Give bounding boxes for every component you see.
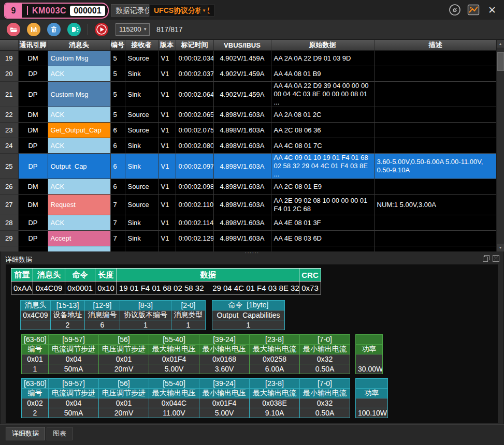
cell-description[interactable]: [374, 215, 497, 231]
cell-message-type[interactable]: Output_Cap: [48, 154, 110, 179]
cell-raw-data[interactable]: AA 2A 08 01 2C: [271, 107, 374, 123]
row-number[interactable]: 25: [0, 154, 18, 179]
column-header[interactable]: 通讯引脚: [18, 40, 48, 51]
cell-description[interactable]: [374, 51, 497, 66]
cell-receiver[interactable]: Sink: [125, 66, 158, 82]
row-number[interactable]: 22: [0, 107, 18, 123]
column-header[interactable]: 编号: [110, 40, 125, 51]
cell-description[interactable]: 3.60-5.00V,0.50-6.00A 5.00-11.00V, 0.50-…: [374, 154, 497, 179]
cell-pin[interactable]: DM: [18, 195, 48, 215]
cell-message-type[interactable]: Get_Output_Cap: [48, 123, 110, 138]
cell-receiver[interactable]: Source: [125, 195, 158, 215]
cell-number[interactable]: 5: [110, 51, 125, 66]
cell-description[interactable]: [374, 246, 497, 252]
cell-message-type[interactable]: ACK: [48, 246, 110, 252]
row-number[interactable]: 21: [0, 82, 18, 107]
cell-version[interactable]: V1: [158, 179, 176, 195]
cell-message-type[interactable]: ACK: [48, 66, 110, 82]
cell-pin[interactable]: DM: [18, 123, 48, 138]
cell-vbus-ibus[interactable]: 4.898V/1.603A: [213, 138, 271, 154]
process-button[interactable]: [67, 23, 81, 36]
row-number[interactable]: 28: [0, 215, 18, 231]
cell-receiver[interactable]: Source: [125, 179, 158, 195]
cell-timestamp[interactable]: 0:00:02.080: [176, 138, 213, 154]
cell-pin[interactable]: DP: [18, 138, 48, 154]
cell-message-type[interactable]: Request: [48, 195, 110, 215]
cell-message-type[interactable]: ACK: [48, 138, 110, 154]
cell-receiver[interactable]: Sink: [125, 215, 158, 231]
cell-pin[interactable]: DP: [18, 82, 48, 107]
cell-pin[interactable]: DP: [18, 154, 48, 179]
table-row[interactable]: 19DMCustom Msg5SourceV10:00:02.0344.902V…: [0, 51, 497, 66]
cell-version[interactable]: V1: [158, 195, 176, 215]
cell-receiver[interactable]: Sink: [125, 154, 158, 179]
cell-message-type[interactable]: ACK: [48, 179, 110, 195]
cell-description[interactable]: [374, 138, 497, 154]
cell-receiver[interactable]: Source: [125, 51, 158, 66]
cell-vbus-ibus[interactable]: 4.898V/1.603A: [213, 179, 271, 195]
cell-raw-data[interactable]: AA 2C 08 01 E9: [271, 179, 374, 195]
cell-number[interactable]: 5: [110, 66, 125, 82]
row-number[interactable]: 20: [0, 66, 18, 82]
column-header[interactable]: VBUS/IBUS: [213, 40, 271, 51]
cell-timestamp[interactable]: 0:00:02.065: [176, 107, 213, 123]
cell-raw-data[interactable]: AA 2A 0A 22 D9 01 03 9D: [271, 51, 374, 66]
cell-vbus-ibus[interactable]: 4.902V/1.459A: [213, 66, 271, 82]
cell-description[interactable]: [374, 179, 497, 195]
cell-vbus-ibus[interactable]: 4.898V/1.603A: [213, 195, 271, 215]
table-row[interactable]: 25DPOutput_Cap6SinkV10:00:02.0974.898V/1…: [0, 154, 497, 179]
cell-receiver[interactable]: Sink: [125, 231, 158, 246]
open-file-button[interactable]: [7, 23, 20, 36]
cell-vbus-ibus[interactable]: 4.898V/1.603A: [213, 154, 271, 179]
cell-version[interactable]: V1: [158, 82, 176, 107]
row-number[interactable]: 30: [0, 246, 18, 252]
row-number[interactable]: 23: [0, 123, 18, 138]
cell-number[interactable]: 6: [110, 138, 125, 154]
cell-version[interactable]: V1: [158, 51, 176, 66]
cell-pin[interactable]: DM: [18, 246, 48, 252]
cell-version[interactable]: V1: [158, 231, 176, 246]
cell-raw-data[interactable]: AA 4C 08 01 7C: [271, 138, 374, 154]
float-panel-icon[interactable]: [482, 255, 490, 262]
cell-number[interactable]: 5: [110, 107, 125, 123]
cell-vbus-ibus[interactable]: 4.898V/1.603A: [213, 231, 271, 246]
cell-pin[interactable]: DP: [18, 215, 48, 231]
cell-raw-data[interactable]: AA 4C 09 01 10 19 01 F4 01 68 02 58 32 2…: [271, 154, 374, 179]
cell-number[interactable]: 7: [110, 246, 125, 252]
cell-description[interactable]: [374, 231, 497, 246]
cell-message-type[interactable]: ACK: [48, 215, 110, 231]
cell-timestamp[interactable]: 0:00:02.098: [176, 179, 213, 195]
cell-raw-data[interactable]: AA 2C 08 06 36: [271, 123, 374, 138]
cell-number[interactable]: 7: [110, 215, 125, 231]
clear-button[interactable]: [47, 23, 61, 36]
cell-description[interactable]: [374, 66, 497, 82]
table-row[interactable]: 30DMACK7SourceV10:00:02.1314.881V/1.869A…: [0, 246, 497, 252]
cell-receiver[interactable]: Source: [125, 123, 158, 138]
row-number[interactable]: 19: [0, 51, 18, 66]
save-button[interactable]: [27, 23, 40, 36]
cell-raw-data[interactable]: AA 4E 08 03 6D: [271, 231, 374, 246]
cell-receiver[interactable]: Source: [125, 246, 158, 252]
cell-number[interactable]: 6: [110, 123, 125, 138]
column-header[interactable]: 描述: [374, 40, 497, 51]
table-row[interactable]: 28DPACK7SinkV10:00:02.1144.898V/1.603AAA…: [0, 215, 497, 231]
table-row[interactable]: 29DPAccept7SinkV10:00:02.1294.898V/1.603…: [0, 231, 497, 246]
baud-rate-select[interactable]: 115200 ▼: [116, 23, 150, 36]
cell-timestamp[interactable]: 0:00:02.037: [176, 66, 213, 82]
cell-timestamp[interactable]: 0:00:02.114: [176, 215, 213, 231]
column-header[interactable]: 接收者: [125, 40, 158, 51]
cell-number[interactable]: 6: [110, 179, 125, 195]
cell-receiver[interactable]: Source: [125, 107, 158, 123]
table-row[interactable]: 20DPACK5SinkV10:00:02.0374.902V/1.459AAA…: [0, 66, 497, 82]
close-icon[interactable]: ✕: [485, 3, 499, 17]
cell-timestamp[interactable]: 0:00:02.110: [176, 195, 213, 215]
table-row[interactable]: 21DPCustom Msg5SinkV10:00:02.0644.902V/1…: [0, 82, 497, 107]
cell-raw-data[interactable]: AA 2E 09 02 08 10 00 00 00 01 F4 01 2C 6…: [271, 195, 374, 215]
cell-message-type[interactable]: ACK: [48, 107, 110, 123]
cell-number[interactable]: 5: [110, 82, 125, 107]
column-header[interactable]: 标记时间: [176, 40, 213, 51]
scroll-up-icon[interactable]: ▲: [497, 40, 504, 48]
cell-description[interactable]: NUM:1 5.00V,3.00A: [374, 195, 497, 215]
cell-timestamp[interactable]: 0:00:02.131: [176, 246, 213, 252]
cell-timestamp[interactable]: 0:00:02.064: [176, 82, 213, 107]
